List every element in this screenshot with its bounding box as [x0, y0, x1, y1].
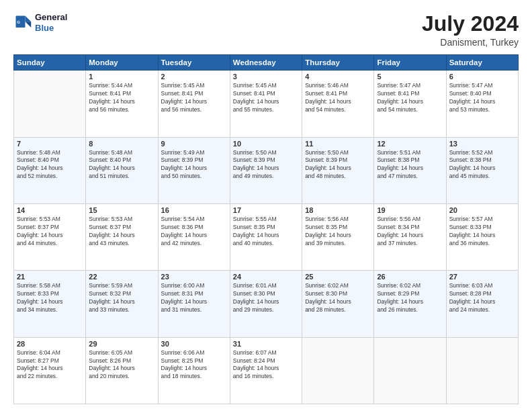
calendar-cell [302, 337, 374, 404]
day-number: 16 [161, 206, 227, 214]
weekday-header-tuesday: Tuesday [158, 55, 230, 71]
week-row: 14Sunrise: 5:53 AM Sunset: 8:37 PM Dayli… [14, 203, 519, 270]
day-number: 20 [449, 206, 515, 214]
title-block: July 2024 Danisment, Turkey [422, 12, 519, 48]
main-title: July 2024 [422, 12, 519, 36]
day-info: Sunrise: 5:49 AM Sunset: 8:39 PM Dayligh… [161, 149, 227, 181]
day-number: 30 [161, 340, 227, 348]
weekday-header-wednesday: Wednesday [230, 55, 302, 71]
day-info: Sunrise: 6:06 AM Sunset: 8:25 PM Dayligh… [161, 349, 227, 381]
logo-icon: G [13, 13, 32, 32]
calendar-cell: 20Sunrise: 5:57 AM Sunset: 8:33 PM Dayli… [446, 203, 518, 270]
day-number: 4 [305, 73, 371, 81]
calendar-cell: 21Sunrise: 5:58 AM Sunset: 8:33 PM Dayli… [14, 271, 86, 337]
svg-marker-0 [26, 15, 32, 21]
day-info: Sunrise: 5:54 AM Sunset: 8:36 PM Dayligh… [161, 216, 227, 248]
day-info: Sunrise: 6:03 AM Sunset: 8:28 PM Dayligh… [449, 282, 515, 314]
day-info: Sunrise: 5:57 AM Sunset: 8:33 PM Dayligh… [449, 216, 515, 248]
calendar-cell: 10Sunrise: 5:50 AM Sunset: 8:39 PM Dayli… [230, 137, 302, 203]
day-number: 11 [305, 140, 371, 148]
logo-text: General Blue [35, 12, 67, 33]
day-info: Sunrise: 6:01 AM Sunset: 8:30 PM Dayligh… [233, 282, 299, 314]
day-info: Sunrise: 5:45 AM Sunset: 8:41 PM Dayligh… [161, 82, 227, 114]
day-number: 13 [449, 140, 515, 148]
day-info: Sunrise: 5:50 AM Sunset: 8:39 PM Dayligh… [305, 149, 371, 181]
day-info: Sunrise: 6:02 AM Sunset: 8:29 PM Dayligh… [377, 282, 443, 314]
calendar-cell: 23Sunrise: 6:00 AM Sunset: 8:31 PM Dayli… [158, 271, 230, 337]
day-number: 27 [449, 273, 515, 281]
week-row: 28Sunrise: 6:04 AM Sunset: 8:27 PM Dayli… [14, 337, 519, 404]
day-number: 23 [161, 273, 227, 281]
calendar: SundayMondayTuesdayWednesdayThursdayFrid… [13, 54, 519, 404]
day-info: Sunrise: 6:04 AM Sunset: 8:27 PM Dayligh… [17, 349, 83, 381]
header: G General Blue July 2024 Danisment, Turk… [13, 12, 519, 48]
week-row: 7Sunrise: 5:48 AM Sunset: 8:40 PM Daylig… [14, 137, 519, 203]
page: G General Blue July 2024 Danisment, Turk… [0, 0, 532, 411]
day-number: 12 [377, 140, 443, 148]
day-number: 2 [161, 73, 227, 81]
day-info: Sunrise: 5:53 AM Sunset: 8:37 PM Dayligh… [89, 216, 154, 248]
day-info: Sunrise: 5:47 AM Sunset: 8:40 PM Dayligh… [449, 82, 515, 114]
weekday-header-friday: Friday [374, 55, 446, 71]
day-number: 18 [305, 206, 371, 214]
day-number: 19 [377, 206, 443, 214]
calendar-cell: 2Sunrise: 5:45 AM Sunset: 8:41 PM Daylig… [158, 71, 230, 137]
day-number: 8 [89, 140, 154, 148]
day-number: 3 [233, 73, 299, 81]
day-number: 24 [233, 273, 299, 281]
day-info: Sunrise: 5:46 AM Sunset: 8:41 PM Dayligh… [305, 82, 371, 114]
calendar-cell [446, 337, 518, 404]
calendar-cell: 19Sunrise: 5:56 AM Sunset: 8:34 PM Dayli… [374, 203, 446, 270]
calendar-cell: 12Sunrise: 5:51 AM Sunset: 8:38 PM Dayli… [374, 137, 446, 203]
day-info: Sunrise: 5:55 AM Sunset: 8:35 PM Dayligh… [233, 216, 299, 248]
day-number: 26 [377, 273, 443, 281]
day-info: Sunrise: 5:50 AM Sunset: 8:39 PM Dayligh… [233, 149, 299, 181]
week-row: 1Sunrise: 5:44 AM Sunset: 8:41 PM Daylig… [14, 71, 519, 137]
weekday-header-sunday: Sunday [14, 55, 86, 71]
day-number: 10 [233, 140, 299, 148]
logo: G General Blue [13, 12, 67, 33]
day-info: Sunrise: 5:52 AM Sunset: 8:38 PM Dayligh… [449, 149, 515, 181]
day-info: Sunrise: 5:58 AM Sunset: 8:33 PM Dayligh… [17, 282, 83, 314]
weekday-row: SundayMondayTuesdayWednesdayThursdayFrid… [14, 55, 519, 71]
weekday-header-thursday: Thursday [302, 55, 374, 71]
calendar-cell: 4Sunrise: 5:46 AM Sunset: 8:41 PM Daylig… [302, 71, 374, 137]
calendar-cell: 27Sunrise: 6:03 AM Sunset: 8:28 PM Dayli… [446, 271, 518, 337]
calendar-cell: 8Sunrise: 5:48 AM Sunset: 8:40 PM Daylig… [86, 137, 158, 203]
calendar-cell: 26Sunrise: 6:02 AM Sunset: 8:29 PM Dayli… [374, 271, 446, 337]
calendar-cell: 11Sunrise: 5:50 AM Sunset: 8:39 PM Dayli… [302, 137, 374, 203]
calendar-cell: 9Sunrise: 5:49 AM Sunset: 8:39 PM Daylig… [158, 137, 230, 203]
day-number: 9 [161, 140, 227, 148]
calendar-cell: 31Sunrise: 6:07 AM Sunset: 8:24 PM Dayli… [230, 337, 302, 404]
day-number: 15 [89, 206, 154, 214]
day-number: 31 [233, 340, 299, 348]
day-info: Sunrise: 5:53 AM Sunset: 8:37 PM Dayligh… [17, 216, 83, 248]
day-info: Sunrise: 6:00 AM Sunset: 8:31 PM Dayligh… [161, 282, 227, 314]
day-info: Sunrise: 5:51 AM Sunset: 8:38 PM Dayligh… [377, 149, 443, 181]
day-number: 28 [17, 340, 83, 348]
day-info: Sunrise: 6:02 AM Sunset: 8:30 PM Dayligh… [305, 282, 371, 314]
subtitle: Danisment, Turkey [422, 37, 519, 48]
logo-line2: Blue [35, 23, 67, 34]
day-number: 17 [233, 206, 299, 214]
day-info: Sunrise: 5:44 AM Sunset: 8:41 PM Dayligh… [89, 82, 154, 114]
calendar-cell: 17Sunrise: 5:55 AM Sunset: 8:35 PM Dayli… [230, 203, 302, 270]
day-number: 25 [305, 273, 371, 281]
logo-line1: General [35, 12, 67, 23]
calendar-cell: 6Sunrise: 5:47 AM Sunset: 8:40 PM Daylig… [446, 71, 518, 137]
calendar-cell: 14Sunrise: 5:53 AM Sunset: 8:37 PM Dayli… [14, 203, 86, 270]
day-number: 7 [17, 140, 83, 148]
calendar-body: 1Sunrise: 5:44 AM Sunset: 8:41 PM Daylig… [14, 71, 519, 404]
calendar-cell: 28Sunrise: 6:04 AM Sunset: 8:27 PM Dayli… [14, 337, 86, 404]
day-number: 5 [377, 73, 443, 81]
day-number: 1 [89, 73, 154, 81]
calendar-cell: 1Sunrise: 5:44 AM Sunset: 8:41 PM Daylig… [86, 71, 158, 137]
day-info: Sunrise: 5:56 AM Sunset: 8:34 PM Dayligh… [377, 216, 443, 248]
calendar-header: SundayMondayTuesdayWednesdayThursdayFrid… [14, 55, 519, 71]
calendar-cell: 13Sunrise: 5:52 AM Sunset: 8:38 PM Dayli… [446, 137, 518, 203]
day-info: Sunrise: 6:05 AM Sunset: 8:26 PM Dayligh… [89, 349, 154, 381]
day-info: Sunrise: 5:56 AM Sunset: 8:35 PM Dayligh… [305, 216, 371, 248]
day-number: 29 [89, 340, 154, 348]
calendar-cell: 25Sunrise: 6:02 AM Sunset: 8:30 PM Dayli… [302, 271, 374, 337]
week-row: 21Sunrise: 5:58 AM Sunset: 8:33 PM Dayli… [14, 271, 519, 337]
